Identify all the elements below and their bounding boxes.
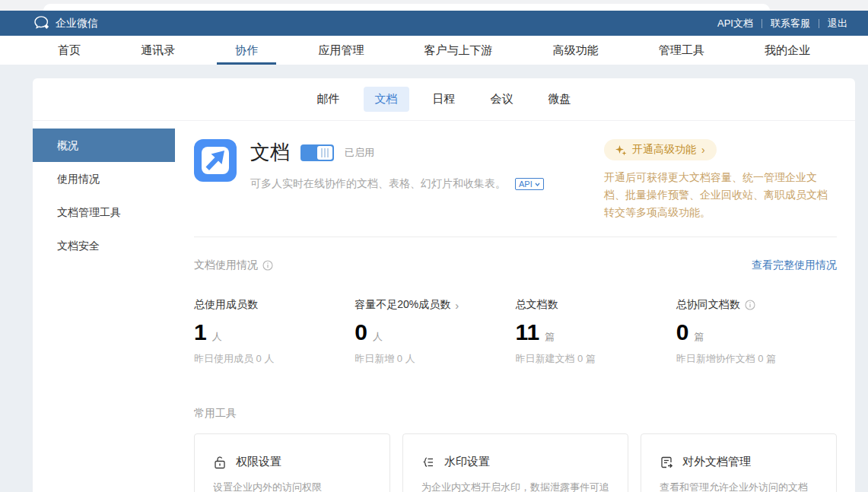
main-content: 文档 已启用 可多人实时在线协作的文档、表格、幻灯片和收集表。 API bbox=[175, 121, 855, 492]
wecom-logo-icon bbox=[34, 16, 50, 30]
sidebar-item-overview[interactable]: 概况 bbox=[33, 129, 175, 162]
stat-total-docs: 总文档数 11 篇 昨日新建文档 0 篇 bbox=[516, 298, 676, 366]
tools-section-title: 常用工具 bbox=[194, 407, 837, 421]
watermark-settings-card[interactable]: 水印设置 为企业内文档开启水印，数据泄露事件可追 bbox=[402, 433, 628, 492]
topbar: 企业微信 API文档 联系客服 退出 bbox=[0, 11, 868, 36]
nav-item-customers[interactable]: 客户与上下游 bbox=[406, 36, 511, 65]
stat-value: 0 bbox=[355, 319, 367, 345]
watermark-icon bbox=[421, 455, 435, 469]
permission-settings-card[interactable]: 权限设置 设置企业内外的访问权限 bbox=[194, 433, 390, 492]
promo-description: 开通后可获得更大文档容量、统一管理企业文档、批量操作预警、企业回收站、离职成员文… bbox=[604, 169, 837, 221]
app-title: 文档 bbox=[250, 139, 290, 166]
brand[interactable]: 企业微信 bbox=[34, 16, 98, 30]
browser-tab bbox=[43, 4, 770, 11]
stat-value: 0 bbox=[676, 319, 689, 345]
stat-collab-docs: 总协同文档数 0 篇 昨日新增协作文档 0 篇 bbox=[676, 298, 837, 366]
nav-item-app-management[interactable]: 应用管理 bbox=[300, 36, 382, 65]
external-docs-card[interactable]: 对外文档管理 查看和管理允许企业外访问的文档 bbox=[641, 433, 837, 492]
info-icon[interactable] bbox=[745, 300, 755, 310]
nav-item-contacts[interactable]: 通讯录 bbox=[122, 36, 193, 65]
sidebar-item-doc-security[interactable]: 文档安全 bbox=[33, 229, 175, 262]
subtab-meeting[interactable]: 会议 bbox=[479, 87, 525, 112]
page-background: 邮件 文档 日程 会议 微盘 概况 使用情况 文档管理工具 文档安全 bbox=[0, 65, 868, 492]
nav-item-my-company[interactable]: 我的企业 bbox=[746, 36, 828, 65]
chevron-right-icon: › bbox=[701, 144, 705, 156]
nav-item-collaboration[interactable]: 协作 bbox=[217, 36, 276, 65]
nav-item-advanced-features[interactable]: 高级功能 bbox=[535, 36, 617, 65]
docs-app-icon bbox=[194, 139, 237, 182]
topbar-link-logout[interactable]: 退出 bbox=[819, 17, 856, 30]
api-dropdown[interactable]: API bbox=[515, 178, 544, 190]
sidebar-item-doc-tools[interactable]: 文档管理工具 bbox=[33, 195, 175, 229]
topbar-link-api-docs[interactable]: API文档 bbox=[709, 17, 761, 30]
upgrade-premium-button[interactable]: 开通高级功能 › bbox=[604, 139, 717, 160]
tool-cards: 权限设置 设置企业内外的访问权限 水印设置 bbox=[194, 433, 837, 492]
content-card: 邮件 文档 日程 会议 微盘 概况 使用情况 文档管理工具 文档安全 bbox=[33, 78, 855, 492]
view-full-usage-link[interactable]: 查看完整使用情况 bbox=[752, 259, 837, 272]
stat-value: 1 bbox=[194, 319, 207, 345]
info-icon[interactable] bbox=[262, 260, 273, 271]
usage-stats: 总使用成员数 1 人 昨日使用成员 0 人 容量不足20%成员数 › bbox=[194, 298, 837, 366]
stat-low-capacity-members[interactable]: 容量不足20%成员数 › 0 人 昨日新增 0 人 bbox=[355, 298, 515, 366]
main-nav: 首页 通讯录 协作 应用管理 客户与上下游 高级功能 管理工具 我的企业 bbox=[0, 36, 868, 65]
nav-item-admin-tools[interactable]: 管理工具 bbox=[641, 36, 723, 65]
browser-chrome-strip bbox=[0, 0, 868, 11]
collaboration-subtabs: 邮件 文档 日程 会议 微盘 bbox=[33, 78, 855, 121]
subtab-mail[interactable]: 邮件 bbox=[306, 87, 351, 112]
app-status: 已启用 bbox=[345, 146, 374, 160]
premium-promo: 开通高级功能 › 开通后可获得更大文档容量、统一管理企业文档、批量操作预警、企业… bbox=[604, 139, 837, 221]
enable-toggle[interactable] bbox=[300, 144, 334, 161]
subtab-docs[interactable]: 文档 bbox=[364, 87, 409, 112]
toggle-handle bbox=[317, 146, 332, 160]
chevron-right-icon: › bbox=[455, 299, 459, 312]
stat-total-members: 总使用成员数 1 人 昨日使用成员 0 人 bbox=[194, 298, 355, 366]
app-description: 可多人实时在线协作的文档、表格、幻灯片和收集表。 bbox=[250, 177, 506, 191]
chevron-down-icon bbox=[535, 183, 540, 186]
sidebar-item-usage[interactable]: 使用情况 bbox=[33, 162, 175, 195]
sidebar: 概况 使用情况 文档管理工具 文档安全 bbox=[33, 121, 175, 492]
divider bbox=[194, 236, 837, 237]
app-header: 文档 已启用 可多人实时在线协作的文档、表格、幻灯片和收集表。 API bbox=[194, 139, 604, 221]
document-share-icon bbox=[660, 455, 673, 469]
brand-label: 企业微信 bbox=[56, 17, 98, 30]
subtab-drive[interactable]: 微盘 bbox=[537, 87, 583, 112]
sparkle-icon bbox=[615, 144, 627, 156]
lock-icon bbox=[213, 455, 227, 469]
subtab-calendar[interactable]: 日程 bbox=[421, 87, 467, 112]
nav-item-home[interactable]: 首页 bbox=[40, 36, 99, 65]
topbar-links: API文档 联系客服 退出 bbox=[709, 17, 856, 30]
usage-section-title: 文档使用情况 bbox=[194, 259, 273, 272]
stat-value: 11 bbox=[516, 319, 540, 345]
topbar-link-contact-support[interactable]: 联系客服 bbox=[762, 17, 819, 30]
